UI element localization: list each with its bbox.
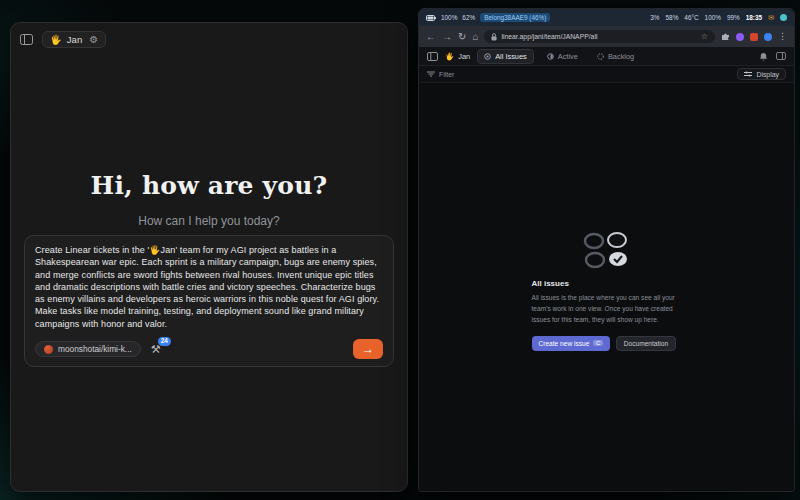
model-provider-icon: [44, 345, 53, 354]
greeting-block: Hi, how are you? How can I help you toda…: [11, 171, 407, 228]
linear-team-label[interactable]: 🖐 Jan: [445, 52, 470, 61]
model-name-label: moonshotai/kimi-k...: [58, 344, 132, 354]
charge-percent: 62%: [462, 14, 475, 21]
linear-tab-bar: 🖐 Jan All Issues Active Backlog: [419, 47, 794, 66]
tab-all-issues[interactable]: All Issues: [477, 49, 534, 64]
empty-state-description: All issues is the place where you can se…: [532, 293, 682, 326]
create-new-issue-button[interactable]: Create new issue C: [532, 336, 610, 351]
display-button[interactable]: Display: [737, 68, 786, 80]
backlog-status-icon: [597, 53, 604, 60]
clock: 18:35: [746, 14, 762, 21]
active-status-icon: [547, 53, 554, 60]
status-right-group: 3% 58% 46°C 100% 99% 18:35 ✉: [650, 14, 787, 21]
tools-button[interactable]: ⚒ 24: [151, 343, 161, 356]
browser-menu-icon[interactable]: ⋮: [778, 32, 787, 41]
display-sliders-icon: [744, 71, 752, 77]
battery-icon: [426, 15, 436, 21]
stat-mem: 58%: [666, 14, 679, 21]
stat-cpu: 3%: [650, 14, 659, 21]
address-bar[interactable]: linear.app/jani/team/JANAPP/all ☆: [484, 30, 715, 43]
profile-avatar[interactable]: [764, 33, 772, 41]
forward-button[interactable]: →: [442, 32, 452, 42]
jan-topbar: 🖐 Jan ⚙: [11, 23, 407, 56]
sidebar-toggle-icon[interactable]: [20, 34, 33, 45]
lock-icon: [491, 33, 497, 41]
linear-tabbar-right: [759, 52, 786, 61]
greeting-subtitle: How can I help you today?: [11, 214, 407, 228]
stat-b: 99%: [727, 14, 740, 21]
prompt-input[interactable]: Create Linear tickets in the '🖐Jan' team…: [35, 244, 383, 330]
gear-icon[interactable]: ⚙: [89, 34, 98, 45]
extension-red-icon[interactable]: [750, 33, 758, 41]
chat-composer[interactable]: Create Linear tickets in the '🖐Jan' team…: [24, 235, 394, 367]
refresh-button[interactable]: ↻: [458, 32, 466, 42]
issues-illustration: [580, 231, 634, 269]
desktop-wallpaper: 🖐 Jan ⚙ Hi, how are you? How can I help …: [0, 0, 800, 500]
network-chip: Belong38AAE9 (46%): [480, 13, 550, 22]
browser-window: 100% 62% Belong38AAE9 (46%) 3% 58% 46°C …: [418, 8, 795, 492]
empty-state-buttons: Create new issue C Documentation: [532, 336, 682, 351]
linear-team-emoji-icon: 🖐: [445, 52, 454, 61]
system-status-bar: 100% 62% Belong38AAE9 (46%) 3% 58% 46°C …: [419, 9, 794, 26]
notifications-bell-icon[interactable]: [759, 52, 768, 61]
url-text: linear.app/jani/team/JANAPP/all: [501, 33, 597, 40]
stat-temp: 46°C: [684, 14, 698, 21]
send-button[interactable]: →: [353, 339, 383, 359]
extensions-puzzle-icon[interactable]: [721, 32, 730, 41]
bookmark-star-icon[interactable]: ☆: [701, 32, 708, 41]
documentation-button[interactable]: Documentation: [616, 336, 676, 351]
composer-toolbar: moonshotai/kimi-k... ⚒ 24 →: [35, 339, 383, 359]
linear-team-name: Jan: [458, 52, 470, 61]
back-button[interactable]: ←: [426, 32, 436, 42]
jan-app-window: 🖐 Jan ⚙ Hi, how are you? How can I help …: [10, 22, 408, 492]
tab-backlog-label: Backlog: [608, 52, 634, 61]
filter-button[interactable]: Filter: [427, 71, 454, 78]
jan-team-selector[interactable]: 🖐 Jan ⚙: [42, 31, 106, 48]
mail-icon: ✉: [768, 14, 774, 21]
side-panel-icon[interactable]: [776, 52, 786, 60]
tab-backlog[interactable]: Backlog: [591, 50, 640, 63]
tab-active-label: Active: [558, 52, 578, 61]
shortcut-key-badge: C: [593, 340, 602, 346]
jan-team-name: Jan: [67, 34, 82, 45]
browser-toolbar: ← → ↻ ⌂ linear.app/jani/team/JANAPP/all …: [419, 26, 794, 47]
create-new-issue-label: Create new issue: [539, 340, 590, 347]
stat-a: 100%: [705, 14, 721, 21]
filter-icon: [427, 71, 435, 77]
tab-all-issues-label: All Issues: [495, 52, 527, 61]
greeting-title: Hi, how are you?: [11, 171, 407, 200]
tab-active[interactable]: Active: [541, 50, 584, 63]
send-arrow-icon: →: [362, 342, 374, 356]
model-selector[interactable]: moonshotai/kimi-k...: [35, 341, 141, 357]
all-issues-empty-state: All issues All issues is the place where…: [532, 231, 682, 351]
battery-percent: 100%: [441, 14, 457, 21]
linear-sidebar-toggle-icon[interactable]: [427, 52, 438, 61]
display-label: Display: [756, 71, 779, 78]
extension-purple-icon[interactable]: [736, 33, 744, 41]
tools-count-badge: 24: [158, 337, 171, 346]
all-issues-icon: [484, 53, 491, 60]
notification-icon: [780, 14, 787, 21]
home-button[interactable]: ⌂: [472, 32, 478, 42]
hand-emoji-icon: 🖐: [50, 34, 62, 45]
empty-state-title: All issues: [532, 279, 682, 288]
linear-filter-bar: Filter Display: [419, 66, 794, 83]
filter-label: Filter: [439, 71, 454, 78]
linear-main-content: All issues All issues is the place where…: [419, 83, 794, 491]
